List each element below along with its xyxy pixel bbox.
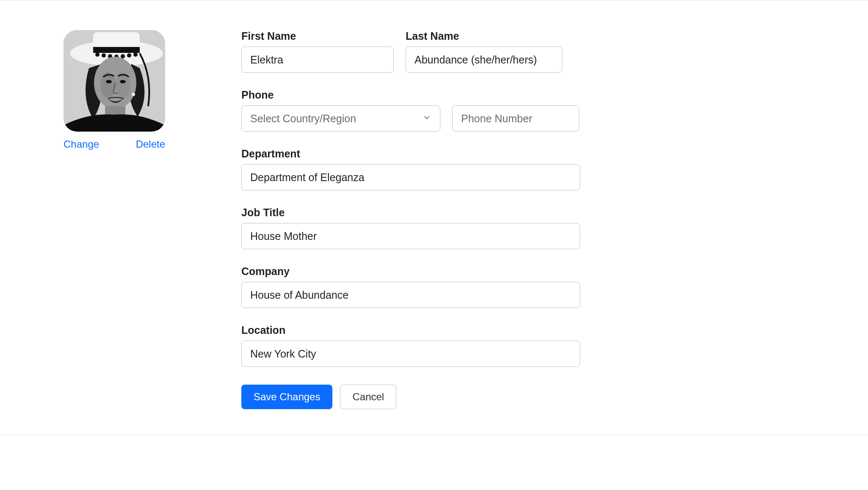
department-input[interactable] <box>241 164 580 190</box>
last-name-input[interactable] <box>406 47 562 73</box>
cancel-button[interactable]: Cancel <box>340 385 396 409</box>
phone-region-select[interactable]: Select Country/Region <box>241 105 440 132</box>
phone-region-select-wrap: Select Country/Region <box>241 105 440 132</box>
phone-label: Phone <box>241 89 580 101</box>
svg-point-15 <box>120 80 126 83</box>
phone-field-group: Phone Select Country/Region <box>241 89 580 132</box>
delete-avatar-link[interactable]: Delete <box>136 138 165 150</box>
form-actions: Save Changes Cancel <box>241 385 580 409</box>
name-row: First Name Last Name <box>241 30 580 73</box>
svg-point-14 <box>106 80 112 83</box>
company-field-group: Company <box>241 265 580 308</box>
svg-point-8 <box>121 54 125 58</box>
job-title-field-group: Job Title <box>241 206 580 249</box>
profile-edit-page: Change Delete First Name Last Name Phone <box>0 0 868 435</box>
profile-form-container: Change Delete First Name Last Name Phone <box>64 30 868 409</box>
job-title-label: Job Title <box>241 206 580 219</box>
svg-point-10 <box>133 52 138 57</box>
svg-rect-3 <box>93 47 140 53</box>
svg-point-17 <box>132 93 135 96</box>
first-name-input[interactable] <box>241 47 394 73</box>
first-name-label: First Name <box>241 30 394 42</box>
avatar-section: Change Delete <box>64 30 165 409</box>
avatar-illustration <box>64 30 165 132</box>
phone-number-input[interactable] <box>452 105 579 132</box>
job-title-input[interactable] <box>241 223 580 249</box>
company-label: Company <box>241 265 580 278</box>
first-name-field-group: First Name <box>241 30 394 73</box>
svg-point-4 <box>95 52 100 57</box>
last-name-field-group: Last Name <box>406 30 562 73</box>
location-label: Location <box>241 324 580 336</box>
last-name-label: Last Name <box>406 30 562 42</box>
department-label: Department <box>241 148 580 160</box>
department-field-group: Department <box>241 148 580 190</box>
save-button[interactable]: Save Changes <box>241 385 332 409</box>
company-input[interactable] <box>241 282 580 308</box>
location-input[interactable] <box>241 341 580 367</box>
avatar-actions: Change Delete <box>64 138 165 150</box>
svg-point-5 <box>102 53 106 58</box>
location-field-group: Location <box>241 324 580 367</box>
form-section: First Name Last Name Phone Select Countr… <box>241 30 580 409</box>
svg-point-9 <box>127 53 131 58</box>
avatar-image <box>64 30 165 132</box>
change-avatar-link[interactable]: Change <box>64 138 99 150</box>
